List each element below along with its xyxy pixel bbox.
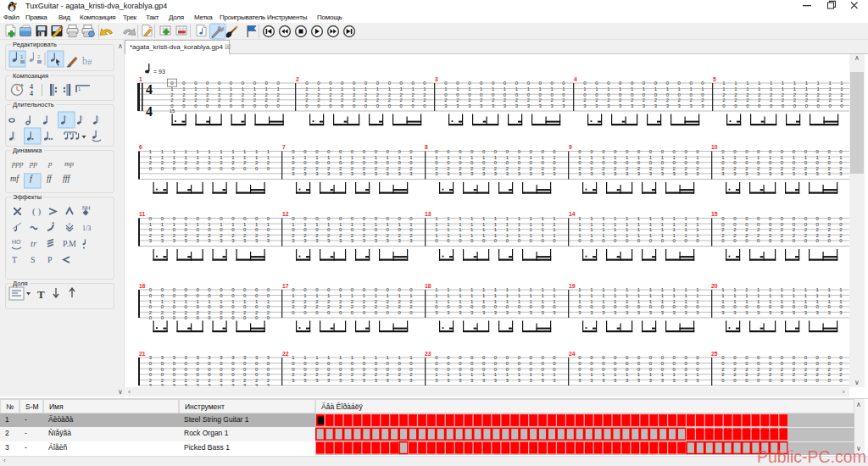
svg-text:21: 21 <box>139 351 146 357</box>
svg-text:ff: ff <box>47 174 53 183</box>
svg-text:14: 14 <box>569 211 576 217</box>
svg-text:20: 20 <box>711 283 718 289</box>
svg-text:fff: fff <box>63 174 71 183</box>
svg-text:24: 24 <box>569 351 576 357</box>
svg-text:6: 6 <box>139 144 142 150</box>
svg-text:1/3: 1/3 <box>82 225 91 232</box>
svg-text:19: 19 <box>569 283 576 289</box>
svg-text:7: 7 <box>282 144 286 150</box>
svg-text:2: 2 <box>37 54 41 59</box>
svg-text:13: 13 <box>425 211 431 217</box>
svg-text:16: 16 <box>139 283 146 289</box>
svg-text:8: 8 <box>425 144 428 150</box>
svg-text:11: 11 <box>139 211 145 217</box>
svg-text:4: 4 <box>30 90 33 97</box>
svg-text:5: 5 <box>713 76 716 82</box>
svg-text:HO: HO <box>12 239 21 245</box>
svg-text:23: 23 <box>425 351 431 357</box>
svg-text:4: 4 <box>146 82 153 97</box>
svg-text:15: 15 <box>170 108 175 114</box>
svg-text:9: 9 <box>569 144 572 150</box>
svg-text:22: 22 <box>282 351 289 357</box>
svg-text:18: 18 <box>425 283 431 289</box>
svg-text:S: S <box>31 255 36 264</box>
svg-text:T: T <box>37 288 45 301</box>
svg-text:ppp: ppp <box>11 159 24 168</box>
svg-text:3: 3 <box>435 76 438 82</box>
svg-text:25: 25 <box>711 351 718 357</box>
svg-text:#: # <box>87 57 92 67</box>
svg-text:( ): ( ) <box>32 206 41 217</box>
svg-text:x: x <box>69 221 71 226</box>
svg-text:4: 4 <box>574 76 577 82</box>
svg-text:P.M: P.M <box>63 239 76 248</box>
svg-text:T: T <box>12 255 17 264</box>
svg-text:4: 4 <box>146 104 153 119</box>
svg-text:1: 1 <box>78 86 81 92</box>
svg-text:P: P <box>47 255 53 264</box>
svg-text:mf: mf <box>10 174 19 183</box>
svg-text:2: 2 <box>296 76 299 82</box>
svg-text:10: 10 <box>711 144 718 150</box>
svg-text:12: 12 <box>282 211 289 217</box>
svg-text:p: p <box>47 159 53 168</box>
svg-text:17: 17 <box>282 283 289 289</box>
svg-text:NH: NH <box>82 205 91 211</box>
svg-text:= 93: = 93 <box>153 69 165 75</box>
svg-text:mp: mp <box>64 159 74 168</box>
svg-text:1: 1 <box>139 76 142 82</box>
svg-text:tr: tr <box>31 238 37 248</box>
svg-text:pp: pp <box>29 159 38 168</box>
svg-text:15: 15 <box>711 211 718 217</box>
